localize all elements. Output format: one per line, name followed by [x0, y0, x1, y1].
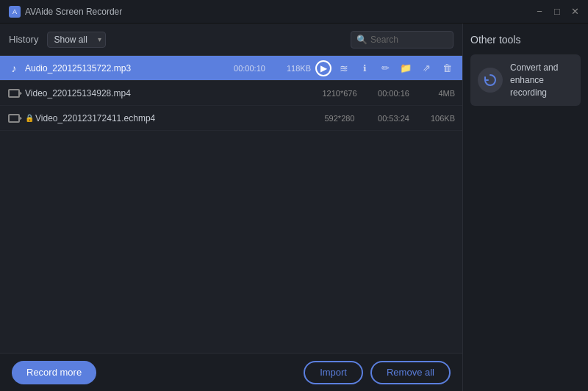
maximize-button[interactable]: □ — [550, 4, 564, 19]
import-button[interactable]: Import — [304, 361, 363, 384]
video-type-icon — [7, 112, 21, 125]
search-icon: 🔍 — [356, 35, 368, 45]
file-size: 106KB — [422, 114, 455, 123]
play-icon[interactable]: ▶ — [315, 60, 331, 76]
folder-icon[interactable]: 📁 — [398, 60, 414, 76]
file-name: Audio_220125135722.mp3 — [25, 63, 221, 73]
video-type-icon — [7, 87, 21, 100]
edit-icon[interactable]: ✏ — [377, 60, 393, 76]
show-all-dropdown[interactable]: Show all Audio Video — [47, 32, 106, 48]
remove-all-button[interactable]: Remove all — [370, 361, 451, 384]
row-actions: ▶ ≋ ℹ ✏ 📁 ⇗ 🗑 — [315, 60, 455, 76]
file-resolution: 1210*676 — [314, 89, 365, 98]
file-size: 118KB — [278, 64, 311, 73]
lock-icon: 🔒 — [25, 114, 34, 122]
toolbar: History Show all Audio Video ▾ 🔍 — [0, 24, 462, 56]
file-name: Video_220125134928.mp4 — [25, 88, 309, 98]
convert-icon — [478, 68, 503, 93]
table-row[interactable]: ♪ Audio_220125135722.mp3 00:00:10 118KB … — [0, 56, 462, 81]
file-resolution: 592*280 — [314, 114, 365, 123]
table-row[interactable]: Video_220125134928.mp4 1210*676 00:00:16… — [0, 81, 462, 106]
title-bar: A AVAide Screen Recorder − □ ✕ — [0, 0, 588, 24]
file-list: ♪ Audio_220125135722.mp3 00:00:10 118KB … — [0, 56, 462, 353]
file-size: 4MB — [422, 89, 455, 98]
file-duration: 00:00:10 — [226, 64, 273, 73]
left-panel: History Show all Audio Video ▾ 🔍 ♪ — [0, 24, 463, 391]
search-wrapper: 🔍 — [351, 31, 453, 49]
convert-enhance-tool[interactable]: Convert and enhance recording — [470, 54, 581, 106]
file-name: Video_220123172411.echmp4 — [35, 113, 309, 123]
title-bar-left: A AVAide Screen Recorder — [9, 6, 122, 18]
delete-icon[interactable]: 🗑 — [439, 60, 455, 76]
main-content: History Show all Audio Video ▾ 🔍 ♪ — [0, 24, 588, 391]
info-icon[interactable]: ℹ — [356, 60, 373, 76]
audio-type-icon: ♪ — [7, 62, 21, 75]
share-icon[interactable]: ⇗ — [418, 60, 434, 76]
waveform-icon[interactable]: ≋ — [336, 60, 352, 76]
right-panel: Other tools Convert and enhance recordin… — [463, 24, 588, 391]
minimize-button[interactable]: − — [532, 4, 547, 19]
bottom-bar: Record more Import Remove all — [0, 353, 462, 391]
convert-tool-label: Convert and enhance recording — [510, 62, 573, 98]
app-title: AVAide Screen Recorder — [25, 7, 122, 17]
table-row[interactable]: 🔒 Video_220123172411.echmp4 592*280 00:5… — [0, 106, 462, 131]
show-all-wrapper[interactable]: Show all Audio Video ▾ — [47, 32, 106, 48]
close-button[interactable]: ✕ — [567, 4, 582, 19]
history-label: History — [9, 34, 38, 45]
title-bar-controls: − □ ✕ — [532, 4, 582, 19]
file-duration: 00:00:16 — [370, 89, 417, 98]
file-duration: 00:53:24 — [370, 114, 417, 123]
record-more-button[interactable]: Record more — [12, 361, 96, 384]
app-icon: A — [9, 6, 21, 18]
other-tools-title: Other tools — [470, 34, 581, 46]
